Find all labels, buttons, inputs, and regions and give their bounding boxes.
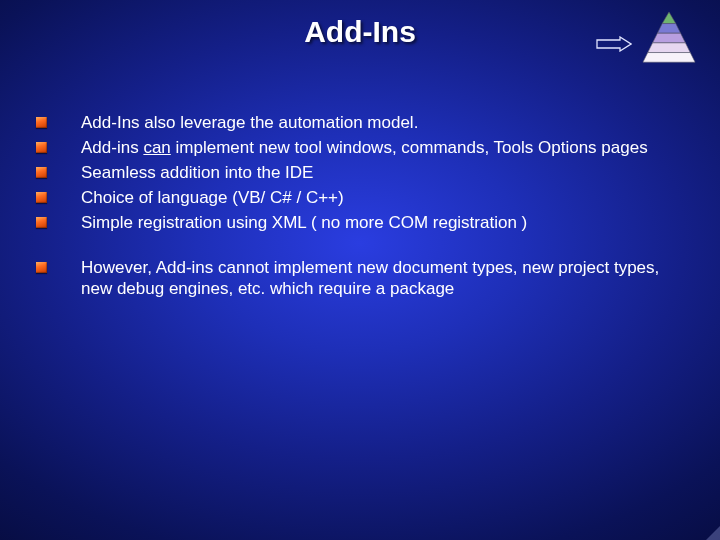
bullet-icon: [36, 142, 47, 153]
svg-marker-1: [657, 24, 680, 34]
content-area: Add-Ins also leverage the automation mod…: [36, 112, 684, 303]
svg-marker-2: [653, 33, 686, 43]
slide: Add-Ins Add-Ins also leverage the automa…: [0, 0, 720, 540]
bullet-text: Simple registration using XML ( no more …: [81, 212, 684, 233]
bullet-text-post: implement new tool windows, commands, To…: [171, 138, 648, 157]
bullet-text: Choice of language (VB/ C# / C++): [81, 187, 684, 208]
arrow-icon: [596, 36, 632, 52]
corner-fold-icon: [706, 526, 720, 540]
bullet-text: However, Add-ins cannot implement new do…: [81, 257, 684, 299]
list-item: However, Add-ins cannot implement new do…: [36, 257, 684, 299]
list-item: Choice of language (VB/ C# / C++): [36, 187, 684, 208]
list-item: Add-ins can implement new tool windows, …: [36, 137, 684, 158]
bullet-text: Add-ins can implement new tool windows, …: [81, 137, 684, 158]
bullet-text-underlined: can: [143, 138, 170, 157]
bullet-icon: [36, 167, 47, 178]
bullet-text: Add-Ins also leverage the automation mod…: [81, 112, 684, 133]
svg-marker-0: [662, 12, 676, 24]
bullet-text-pre: Add-ins: [81, 138, 143, 157]
list-item: Add-Ins also leverage the automation mod…: [36, 112, 684, 133]
svg-marker-4: [643, 53, 695, 63]
list-item: Simple registration using XML ( no more …: [36, 212, 684, 233]
bullet-text: Seamless addition into the IDE: [81, 162, 684, 183]
pyramid-icon: [640, 10, 698, 68]
bullet-icon: [36, 192, 47, 203]
bullet-icon: [36, 117, 47, 128]
list-item: Seamless addition into the IDE: [36, 162, 684, 183]
bullet-icon: [36, 217, 47, 228]
bullet-icon: [36, 262, 47, 273]
svg-marker-3: [648, 43, 691, 53]
